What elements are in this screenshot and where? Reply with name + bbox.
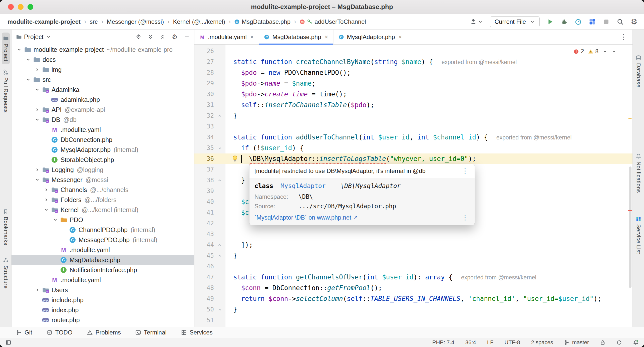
code-line-45[interactable]: 45 } — [194, 250, 632, 261]
status-lock-button[interactable] — [600, 340, 605, 345]
tree-item-index-php[interactable]: phpindex.php — [12, 305, 194, 315]
breadcrumb-item-kernel-kernel[interactable]: Kernel (@.../kernel) — [172, 18, 226, 26]
tree-expand-chevron[interactable] — [34, 167, 41, 172]
tree-expand-chevron[interactable] — [25, 57, 32, 62]
code-line-29[interactable]: 29 $pdo->name = $name; — [194, 78, 632, 89]
breadcrumb-item-modulite-example-project[interactable]: modulite-example-project — [7, 18, 82, 26]
fold-marker[interactable] — [214, 175, 225, 186]
tree-item-channels[interactable]: MChannels@.../channels — [12, 185, 194, 195]
project-panel-title[interactable]: Project — [24, 33, 44, 41]
tool-stripe-structure[interactable]: Structure — [2, 254, 10, 292]
tree-item-include-php[interactable]: phpinclude.php — [12, 295, 194, 305]
intention-bulb-icon[interactable] — [231, 155, 238, 162]
tree-item-modulite-yaml[interactable]: M.modulite.yaml — [12, 275, 194, 285]
code-line-46[interactable]: 46 — [194, 261, 632, 272]
tree-item-notificationinterface-php[interactable]: INotificationInterface.php — [12, 265, 194, 275]
fold-marker[interactable] — [214, 143, 225, 153]
tree-item-adaminka-php[interactable]: phpadaminka.php — [12, 95, 194, 105]
hide-panel-icon[interactable] — [184, 34, 190, 40]
close-button[interactable] — [8, 4, 14, 10]
tree-item-folders[interactable]: MFolders@.../folders — [12, 195, 194, 205]
tree-item-mysqladaptor-php[interactable]: CMysqlAdaptor.php(internal) — [12, 145, 194, 155]
editor-tab-mysqladaptor-php[interactable]: CMysqlAdaptor.php× — [334, 30, 407, 44]
tree-expand-chevron[interactable] — [34, 177, 41, 182]
tool-stripe-bookmarks[interactable]: Bookmarks — [2, 206, 10, 248]
tree-item-modulite-example-project[interactable]: modulite-example-project~/modulite-examp… — [12, 45, 194, 55]
tree-expand-chevron[interactable] — [34, 67, 41, 72]
tool-stripe-database[interactable]: Database — [634, 52, 642, 90]
coverage-button[interactable] — [589, 18, 596, 25]
tool-stripe-service-list[interactable]: Service List — [634, 213, 642, 257]
fold-marker[interactable] — [214, 110, 225, 121]
code-editor[interactable]: 2627 static function createChannelByName… — [194, 45, 632, 327]
editor-tab-msgdatabase-php[interactable]: CMsgDatabase.php× — [259, 30, 334, 44]
breadcrumb-item-src[interactable]: src — [89, 18, 99, 26]
class-name-link[interactable]: MysqlAdaptor — [280, 182, 326, 190]
code-line-28[interactable]: 28 $pdo = new PDO\ChannelPDO(); — [194, 67, 632, 78]
code-line-50[interactable]: 50 } — [194, 304, 632, 315]
toolwindow-button-git[interactable]: Git — [16, 329, 32, 336]
code-line-49[interactable]: 49 return $conn->selectColumn(self::TABL… — [194, 293, 632, 304]
code-line-48[interactable]: 48 $conn = DbConnection::getFromPool(); — [194, 283, 632, 293]
status-bell-dot-button[interactable] — [633, 340, 638, 345]
run-config-selector[interactable]: Current File — [490, 16, 540, 27]
tree-item-msgdatabase-php[interactable]: CMsgDatabase.php — [12, 255, 194, 265]
code-line-26[interactable]: 26 — [194, 46, 632, 57]
tree-expand-chevron[interactable] — [34, 287, 41, 292]
breadcrumb-item-addusertochannel[interactable]: maddUserToChannel — [298, 18, 367, 26]
tree-expand-chevron[interactable] — [34, 107, 41, 112]
toolwindow-button-services[interactable]: Services — [181, 329, 213, 336]
tree-expand-chevron[interactable] — [43, 197, 50, 202]
collapse-all-icon[interactable] — [160, 34, 165, 40]
close-tab-icon[interactable]: × — [250, 34, 254, 41]
inspections-widget[interactable]: 2 8 — [571, 47, 618, 56]
tree-item-logging[interactable]: MLogging@logging — [12, 165, 194, 175]
profile-button[interactable] — [470, 18, 483, 25]
prev-problem-icon[interactable] — [602, 49, 607, 54]
code-line-47[interactable]: 47 static function getChannelsOfUser(int… — [194, 272, 632, 283]
tool-stripe-pull-requests[interactable]: Pull Requests — [2, 66, 10, 116]
fold-marker[interactable] — [214, 250, 225, 261]
zoom-button[interactable] — [28, 4, 33, 10]
tree-expand-chevron[interactable] — [43, 187, 50, 192]
code-line-35[interactable]: 35 if (!$user_id) { — [194, 143, 632, 153]
tree-item-messagepdo-php[interactable]: CMessagePDO.php(internal) — [12, 235, 194, 245]
tree-item-users[interactable]: MUsers — [12, 285, 194, 295]
tab-options-button[interactable]: ⋮ — [614, 30, 632, 44]
code-line-31[interactable]: 31 self::insertToChannelsTable($pdo); — [194, 100, 632, 110]
breadcrumb-item-messenger-messi[interactable]: Messenger (@messi) — [106, 18, 165, 26]
settings-button[interactable]: ⚙ — [631, 18, 637, 26]
tree-item-db[interactable]: MDB@db — [12, 115, 194, 125]
panel-settings-gear-icon[interactable]: ⚙ — [172, 34, 178, 40]
popup-more-options-icon[interactable]: ⋮ — [461, 167, 470, 175]
tool-stripe-notifications[interactable]: Notifications — [634, 150, 642, 196]
tree-item-api[interactable]: MAPI@example-api — [12, 105, 194, 115]
link-more-options-icon[interactable]: ⋮ — [461, 214, 470, 221]
minimize-button[interactable] — [18, 4, 24, 10]
tool-stripe-project[interactable]: Project — [2, 33, 10, 64]
tree-item-docs[interactable]: docs — [12, 55, 194, 65]
status-php-7-4[interactable]: PHP: 7.4 — [432, 339, 454, 346]
php-net-link[interactable]: `MysqlAdaptor \DB` on www.php.net — [254, 214, 351, 221]
status-utf-8[interactable]: UTF-8 — [504, 339, 520, 346]
status-2-spaces[interactable]: 2 spaces — [531, 339, 553, 346]
tree-item-storableobject-php[interactable]: IStorableObject.php — [12, 155, 194, 165]
tree-item-pdo[interactable]: PDO — [12, 215, 194, 225]
fold-marker[interactable] — [214, 240, 225, 250]
toolwindow-button-todo[interactable]: TODO — [47, 329, 73, 336]
toolwindow-button-problems[interactable]: Problems — [87, 329, 121, 336]
tree-item-src[interactable]: src — [12, 75, 194, 85]
status-master[interactable]: master — [564, 339, 589, 346]
tree-expand-chevron[interactable] — [34, 117, 41, 122]
tree-expand-chevron[interactable] — [25, 77, 32, 82]
scrollbar-warning-mark[interactable] — [628, 118, 632, 119]
toolwindow-toggle-button[interactable] — [6, 340, 11, 345]
status-36-4[interactable]: 36:4 — [465, 339, 476, 346]
breadcrumb-item-msgdatabase-php[interactable]: CMsgDatabase.php — [233, 18, 291, 26]
next-problem-icon[interactable] — [611, 49, 616, 54]
code-line-51[interactable]: 51 — [194, 315, 632, 326]
run-button[interactable] — [547, 18, 554, 25]
locate-file-icon[interactable] — [136, 34, 141, 40]
profiler-button[interactable] — [575, 18, 582, 25]
tree-item-kernel[interactable]: MKernel@.../kernel (internal) — [12, 205, 194, 215]
